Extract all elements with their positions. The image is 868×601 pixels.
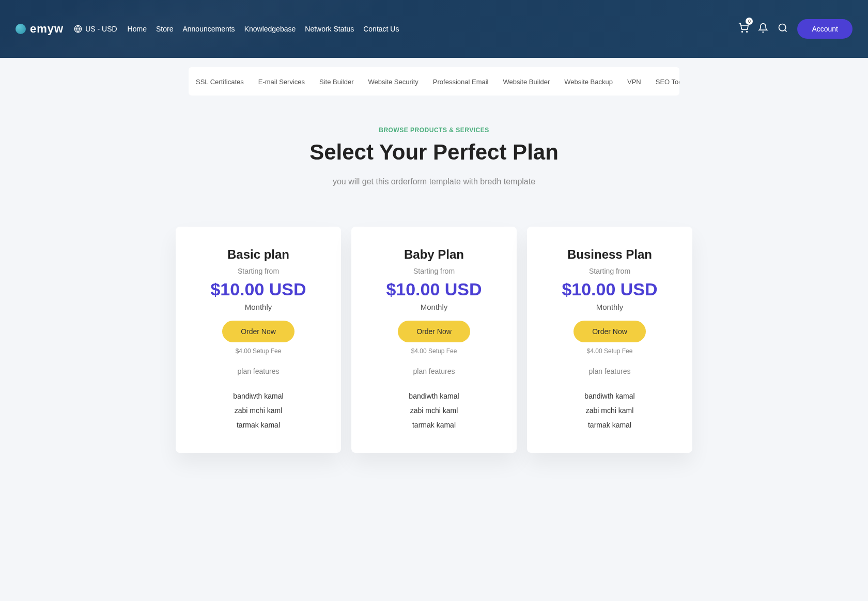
- globe-icon: [74, 25, 82, 33]
- plan-price: $10.00 USD: [191, 279, 326, 299]
- plan-feature: zabi mchi kaml: [191, 403, 326, 418]
- plan-features-label: plan features: [542, 367, 677, 375]
- plans: Basic plan Starting from $10.00 USD Mont…: [0, 227, 868, 484]
- nav-announcements[interactable]: Announcements: [182, 25, 235, 33]
- search-icon: [778, 23, 788, 33]
- svg-point-3: [747, 31, 748, 33]
- tab-professional-email[interactable]: Professional Email: [426, 67, 496, 96]
- tab-ssl-certificates[interactable]: SSL Certificates: [189, 67, 251, 96]
- hero-eyebrow: BROWSE PRODUCTS & SERVICES: [0, 126, 868, 134]
- plan-price: $10.00 USD: [367, 279, 501, 299]
- hero: BROWSE PRODUCTS & SERVICES Select Your P…: [0, 126, 868, 186]
- plan-card-baby: Baby Plan Starting from $10.00 USD Month…: [351, 227, 517, 453]
- nav-contact-us[interactable]: Contact Us: [363, 25, 399, 33]
- plan-starting: Starting from: [367, 267, 501, 275]
- plan-feature: tarmak kamal: [191, 418, 326, 432]
- tabs: SSL Certificates E-mail Services Site Bu…: [189, 67, 679, 96]
- plan-name: Basic plan: [191, 247, 326, 262]
- plan-feature: tarmak kamal: [542, 418, 677, 432]
- plan-period: Monthly: [191, 303, 326, 311]
- plan-period: Monthly: [542, 303, 677, 311]
- plan-features: bandiwth kamal zabi mchi kaml tarmak kam…: [542, 389, 677, 432]
- header-left: emyw US - USD Home Store Announcements K…: [16, 22, 399, 36]
- plan-price: $10.00 USD: [542, 279, 677, 299]
- plan-period: Monthly: [367, 303, 501, 311]
- plan-setup-fee: $4.00 Setup Fee: [191, 347, 326, 355]
- plan-features-label: plan features: [367, 367, 501, 375]
- plan-feature: bandiwth kamal: [191, 389, 326, 403]
- order-now-button[interactable]: Order Now: [574, 321, 646, 342]
- logo[interactable]: emyw: [16, 22, 64, 36]
- notifications-button[interactable]: [758, 23, 768, 35]
- nav: Home Store Announcements Knowledgebase N…: [128, 25, 399, 33]
- plan-card-business: Business Plan Starting from $10.00 USD M…: [527, 227, 692, 453]
- logo-text: emyw: [30, 22, 64, 36]
- nav-network-status[interactable]: Network Status: [305, 25, 354, 33]
- header: emyw US - USD Home Store Announcements K…: [0, 0, 868, 58]
- plan-feature: zabi mchi kaml: [542, 403, 677, 418]
- plan-name: Baby Plan: [367, 247, 501, 262]
- svg-line-5: [785, 30, 787, 32]
- cart-button[interactable]: 0: [738, 23, 749, 35]
- tab-email-services[interactable]: E-mail Services: [251, 67, 312, 96]
- locale-selector[interactable]: US - USD: [74, 25, 117, 33]
- tab-site-builder[interactable]: Site Builder: [312, 67, 361, 96]
- logo-icon: [16, 24, 26, 34]
- tab-seo-tools[interactable]: SEO Tools: [648, 67, 679, 96]
- tab-website-builder[interactable]: Website Builder: [495, 67, 557, 96]
- tab-website-security[interactable]: Website Security: [361, 67, 426, 96]
- tabs-container: SSL Certificates E-mail Services Site Bu…: [0, 67, 868, 96]
- order-now-button[interactable]: Order Now: [222, 321, 295, 342]
- bell-icon: [758, 23, 768, 33]
- hero-title: Select Your Perfect Plan: [0, 140, 868, 165]
- plan-setup-fee: $4.00 Setup Fee: [542, 347, 677, 355]
- nav-home[interactable]: Home: [128, 25, 147, 33]
- plan-feature: tarmak kamal: [367, 418, 501, 432]
- svg-point-4: [779, 24, 786, 31]
- plan-feature: bandiwth kamal: [542, 389, 677, 403]
- nav-knowledgebase[interactable]: Knowledgebase: [244, 25, 296, 33]
- plan-card-basic: Basic plan Starting from $10.00 USD Mont…: [176, 227, 341, 453]
- plan-features: bandiwth kamal zabi mchi kaml tarmak kam…: [367, 389, 501, 432]
- plan-feature: bandiwth kamal: [367, 389, 501, 403]
- plan-features-label: plan features: [191, 367, 326, 375]
- search-button[interactable]: [778, 23, 788, 35]
- order-now-button[interactable]: Order Now: [398, 321, 470, 342]
- plan-starting: Starting from: [542, 267, 677, 275]
- tab-website-backup[interactable]: Website Backup: [557, 67, 620, 96]
- cart-badge: 0: [746, 18, 753, 25]
- plan-setup-fee: $4.00 Setup Fee: [367, 347, 501, 355]
- header-right: 0 Account: [738, 19, 853, 39]
- nav-store[interactable]: Store: [156, 25, 173, 33]
- plan-starting: Starting from: [191, 267, 326, 275]
- plan-name: Business Plan: [542, 247, 677, 262]
- plan-features: bandiwth kamal zabi mchi kaml tarmak kam…: [191, 389, 326, 432]
- tab-vpn[interactable]: VPN: [620, 67, 648, 96]
- svg-point-2: [742, 31, 743, 33]
- hero-subtitle: you will get this orderform template wit…: [0, 177, 868, 186]
- account-button[interactable]: Account: [797, 19, 853, 39]
- locale-text: US - USD: [85, 25, 117, 33]
- plan-feature: zabi mchi kaml: [367, 403, 501, 418]
